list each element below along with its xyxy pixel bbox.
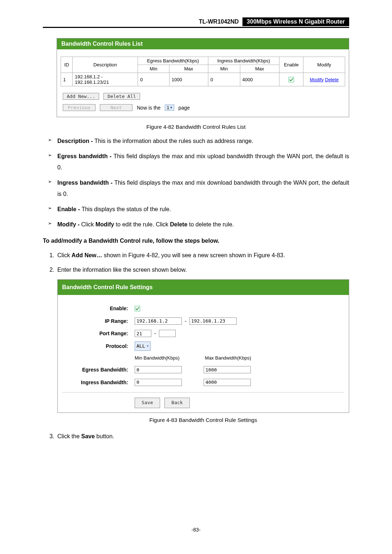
intro-heading: To add/modify a Bandwidth Control rule, … bbox=[43, 238, 349, 244]
svg-rect-0 bbox=[289, 77, 294, 82]
figure-83-caption: Figure 4-83 Bandwidth Control Rule Setti… bbox=[57, 415, 349, 426]
col-description: Description bbox=[73, 57, 138, 73]
label-protocol: Protocol: bbox=[62, 341, 135, 351]
col-ingress: Ingress Bandwidth(Kbps) bbox=[208, 57, 279, 65]
enable-checkbox[interactable] bbox=[135, 306, 140, 311]
rules-table: ID Description Egress Bandwidth(Kbps) In… bbox=[61, 57, 345, 86]
pager-text-pre: Now is the bbox=[137, 105, 160, 111]
page-header: TL-WR1042ND 300Mbps Wireless N Gigabit R… bbox=[43, 17, 349, 28]
page-number: -83- bbox=[192, 527, 201, 533]
save-button[interactable]: Save bbox=[135, 398, 160, 408]
list-item: Enable - This displays the status of the… bbox=[48, 204, 349, 215]
svg-rect-1 bbox=[135, 306, 140, 311]
page-select[interactable]: 1 ▾ bbox=[165, 104, 174, 111]
label-ingress-bw: Ingress Bandwidth: bbox=[62, 378, 135, 387]
step-2: Enter the information like the screen sh… bbox=[56, 264, 349, 425]
max-bw-header: Max Bandwidth(Kbps) bbox=[205, 354, 251, 363]
table-row: 1 192.168.1.2 - 192.168.1.23/21 0 1000 0… bbox=[61, 73, 345, 86]
chevron-down-icon: ▾ bbox=[146, 342, 149, 350]
dash-separator: - bbox=[154, 329, 156, 338]
rules-list-panel: Bandwidth Control Rules List ID Descript… bbox=[57, 38, 349, 117]
label-port-range: Port Range: bbox=[62, 329, 135, 338]
label-enable: Enable: bbox=[62, 304, 135, 313]
checkbox-checked-icon bbox=[289, 77, 294, 82]
col-id: ID bbox=[61, 57, 73, 73]
delete-link[interactable]: Delete bbox=[325, 77, 339, 82]
figure-82-caption: Figure 4-82 Bandwidth Control Rules List bbox=[43, 124, 349, 130]
col-in-min: Min bbox=[208, 65, 240, 73]
modify-link[interactable]: Modify bbox=[310, 77, 323, 82]
settings-panel: Bandwidth Control Rule Settings Enable: … bbox=[57, 279, 349, 413]
label-ip-range: IP Range: bbox=[62, 316, 135, 326]
page-select-value: 1 bbox=[167, 105, 169, 110]
label-egress-bw: Egress Bandwidth: bbox=[62, 365, 135, 375]
rules-list-title: Bandwidth Control Rules List bbox=[57, 38, 349, 49]
delete-all-button[interactable]: Delete All bbox=[103, 93, 140, 100]
min-bw-header: Min Bandwidth(Kbps) bbox=[135, 354, 180, 363]
header-desc: 300Mbps Wireless N Gigabit Router bbox=[242, 17, 349, 26]
col-egress: Egress Bandwidth(Kbps) bbox=[138, 57, 208, 65]
ingress-min-input[interactable] bbox=[135, 379, 182, 386]
egress-max-input[interactable] bbox=[204, 366, 251, 373]
cell-modify: Modify Delete bbox=[303, 73, 345, 86]
bullet-list: Description - This is the information ab… bbox=[43, 136, 349, 230]
settings-title: Bandwidth Control Rule Settings bbox=[58, 280, 349, 295]
col-modify: Modify bbox=[303, 57, 345, 73]
list-item: Description - This is the information ab… bbox=[48, 136, 349, 147]
col-enable: Enable bbox=[279, 57, 303, 73]
cell-in-max: 4000 bbox=[240, 73, 279, 86]
steps-list: Click Add New… shown in Figure 4-82, you… bbox=[43, 250, 349, 442]
pager-text-post: page bbox=[179, 105, 190, 111]
cell-id: 1 bbox=[61, 73, 73, 86]
col-eg-min: Min bbox=[138, 65, 170, 73]
cell-eg-max: 1000 bbox=[169, 73, 208, 86]
previous-button[interactable]: Previous bbox=[63, 104, 95, 111]
step-3: Click the Save button. bbox=[56, 431, 349, 442]
port-range-start-input[interactable] bbox=[135, 330, 151, 337]
step-1: Click Add New… shown in Figure 4-82, you… bbox=[56, 250, 349, 261]
ip-range-end-input[interactable] bbox=[189, 317, 237, 325]
cell-eg-min: 0 bbox=[138, 73, 170, 86]
cell-desc: 192.168.1.2 - 192.168.1.23/21 bbox=[73, 73, 138, 86]
list-item: Egress bandwidth - This field displays t… bbox=[48, 151, 349, 173]
add-new-button[interactable]: Add New... bbox=[63, 93, 99, 100]
list-item: Modify - Click Modify to edit the rule. … bbox=[48, 219, 349, 230]
ip-range-start-input[interactable] bbox=[135, 317, 182, 325]
col-in-max: Max bbox=[240, 65, 279, 73]
egress-min-input[interactable] bbox=[135, 366, 182, 373]
header-model: TL-WR1042ND bbox=[199, 17, 242, 26]
next-button[interactable]: Next bbox=[100, 104, 132, 111]
port-range-end-input[interactable] bbox=[159, 330, 176, 337]
list-item: Ingress bandwidth - This field displays … bbox=[48, 177, 349, 200]
protocol-select[interactable]: ALL ▾ bbox=[135, 341, 151, 351]
cell-enable-checkbox[interactable] bbox=[279, 73, 303, 86]
cell-in-min: 0 bbox=[208, 73, 240, 86]
col-eg-max: Max bbox=[169, 65, 208, 73]
back-button[interactable]: Back bbox=[164, 398, 190, 408]
ingress-max-input[interactable] bbox=[204, 379, 251, 386]
protocol-value: ALL bbox=[136, 342, 145, 351]
chevron-down-icon: ▾ bbox=[170, 105, 172, 110]
dash-separator: - bbox=[185, 316, 187, 326]
